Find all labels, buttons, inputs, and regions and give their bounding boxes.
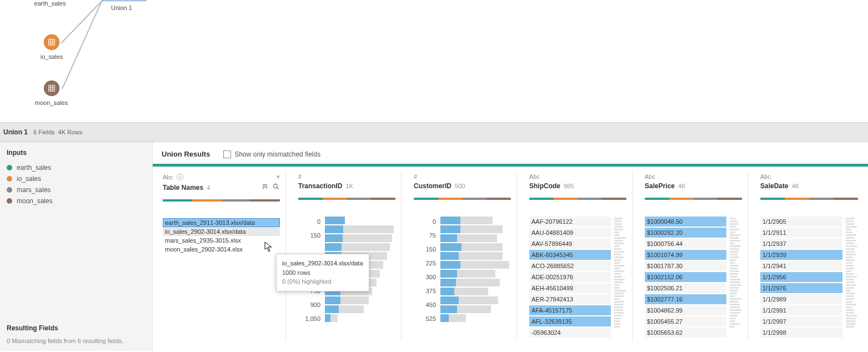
mini-bar	[846, 276, 857, 278]
histogram-bar[interactable]	[325, 217, 395, 224]
histogram-bar[interactable]	[440, 314, 511, 322]
value-row[interactable]: AAF-20796122	[529, 217, 611, 227]
table-name-row[interactable]: moon_sales_2902-3014.xlsx	[163, 245, 280, 254]
value-row[interactable]: 1/1/2989	[760, 294, 842, 304]
value-row[interactable]: 1/1/2911	[760, 228, 842, 238]
histogram-bar[interactable]	[440, 270, 511, 278]
value-row[interactable]: -05963024	[529, 328, 611, 338]
flow-canvas[interactable]: Union 1 earth_sales io_sales moon_sales	[0, 0, 868, 122]
mini-bar	[730, 295, 735, 297]
axis-label: 225	[414, 258, 436, 269]
value-row[interactable]: AAV-57896449	[529, 239, 611, 249]
value-row[interactable]: AFL-32639135	[529, 316, 611, 326]
mini-bar	[614, 218, 623, 219]
histogram[interactable]: 075150225300375450525	[414, 217, 511, 324]
value-row[interactable]: ADE-00251976	[529, 272, 611, 282]
value-row[interactable]: $1005455.27	[645, 316, 726, 326]
left-panel: Inputs earth_salesio_salesmars_salesmoon…	[0, 142, 153, 351]
value-row[interactable]: $1001074.99	[645, 250, 726, 260]
value-list[interactable]: $1000048.50$1000282.20$1000756.44$100107…	[645, 217, 742, 338]
value-row[interactable]: $1004862.99	[645, 305, 726, 315]
histogram-bar[interactable]	[440, 261, 511, 269]
histogram-bar[interactable]	[440, 288, 511, 295]
mini-bar	[614, 323, 621, 325]
search-icon[interactable]	[272, 183, 280, 190]
value-row[interactable]: $1002777.16	[645, 294, 726, 304]
histogram-bar[interactable]	[440, 305, 511, 313]
mini-bar	[846, 315, 857, 316]
flow-node-moon-sales[interactable]: moon_sales	[33, 81, 69, 106]
histogram-bar[interactable]	[325, 234, 395, 242]
value-row[interactable]: 1/1/2956	[760, 272, 842, 282]
mini-bar	[614, 326, 620, 328]
histogram-bar[interactable]	[440, 296, 511, 304]
value-row[interactable]: 1/1/2998	[760, 328, 842, 338]
flow-node-io-sales[interactable]: io_sales	[38, 34, 66, 60]
value-row[interactable]: 1/1/2937	[760, 239, 842, 249]
histogram-bar[interactable]	[325, 314, 395, 322]
mini-bar	[614, 220, 621, 222]
value-row[interactable]: 1/1/2939	[760, 250, 842, 260]
histogram-bar[interactable]	[440, 225, 511, 233]
column-ship-code: Abc ShipCode 985 AAF-20796122AAU-0488140…	[524, 171, 633, 341]
value-row[interactable]: AER-27842413	[529, 294, 611, 304]
input-item[interactable]: mars_sales	[7, 184, 145, 195]
histogram-bar[interactable]	[440, 252, 511, 260]
value-row[interactable]: ABK-60345345	[529, 250, 611, 260]
tooltip-line1: io_sales_2902-3014.xlsx/data	[282, 259, 363, 268]
mini-bar	[730, 276, 737, 278]
table-icon	[44, 81, 59, 96]
column-count: 4K	[678, 183, 685, 189]
value-row[interactable]: $1005653.62	[645, 328, 726, 338]
table-name-row[interactable]: earth_sales_2911-3013.xlsx/data	[163, 218, 280, 227]
histogram-bar[interactable]	[325, 243, 395, 251]
type-badge: Abc	[760, 173, 771, 180]
value-row[interactable]: AFA-45157175	[529, 305, 611, 315]
flow-node-earth-sales[interactable]: earth_sales	[33, 0, 67, 7]
value-row[interactable]: 1/1/2991	[760, 305, 842, 315]
value-row[interactable]: 1/1/2905	[760, 217, 842, 227]
histogram-bar[interactable]	[440, 234, 511, 242]
info-icon[interactable]: i	[177, 174, 183, 180]
histogram-bar[interactable]	[440, 217, 511, 224]
mini-bar	[846, 287, 854, 289]
mini-bar	[846, 232, 852, 233]
value-row[interactable]: $1000282.20	[645, 228, 726, 238]
mini-bar	[614, 290, 626, 291]
value-row[interactable]: $1002152.06	[645, 272, 726, 282]
input-item[interactable]: earth_sales	[7, 162, 145, 173]
histogram-bar[interactable]	[325, 305, 395, 313]
sort-icon[interactable]	[261, 183, 269, 190]
value-row[interactable]: $1000756.44	[645, 239, 726, 249]
value-row[interactable]: AAU-04881409	[529, 228, 611, 238]
show-mismatched-checkbox[interactable]: Show only mismatched fields	[223, 150, 320, 158]
input-item-label: moon_sales	[17, 197, 53, 205]
mini-bar	[614, 232, 619, 233]
mini-bar	[730, 223, 739, 225]
table-name-row[interactable]: mars_sales_2935-3015.xlsx	[163, 236, 280, 245]
table-name-row[interactable]: io_sales_2902-3014.xlsx/data	[163, 227, 280, 236]
input-item[interactable]: moon_sales	[7, 195, 145, 207]
column-count: 1K	[345, 183, 353, 189]
dropdown-icon[interactable]: ▾	[277, 173, 280, 180]
value-row[interactable]: AEH-45610499	[529, 283, 611, 293]
value-row[interactable]: 1/1/2976	[760, 283, 842, 293]
union-node[interactable]	[103, 0, 146, 1]
column-count: 4K	[792, 183, 799, 189]
histogram-bar[interactable]	[325, 296, 395, 304]
axis-label: 525	[414, 314, 436, 324]
histogram-bar[interactable]	[325, 225, 395, 233]
value-list[interactable]: AAF-20796122AAU-04881409AAV-57896449ABK-…	[529, 217, 626, 338]
input-item[interactable]: io_sales	[7, 173, 145, 184]
mini-bar	[730, 298, 741, 300]
value-row[interactable]: $1001787.30	[645, 261, 726, 271]
value-row[interactable]: ACO-26885652	[529, 261, 611, 271]
value-row[interactable]: 1/1/2997	[760, 316, 842, 326]
value-row[interactable]: $1000048.50	[645, 217, 726, 227]
histogram-bar[interactable]	[440, 279, 511, 286]
histogram-bar[interactable]	[440, 243, 511, 251]
value-row[interactable]: 1/1/2941	[760, 261, 842, 271]
value-list[interactable]: 1/1/29051/1/29111/1/29371/1/29391/1/2941…	[760, 217, 858, 338]
mini-bar	[614, 298, 619, 300]
value-row[interactable]: $1002506.21	[645, 283, 726, 293]
